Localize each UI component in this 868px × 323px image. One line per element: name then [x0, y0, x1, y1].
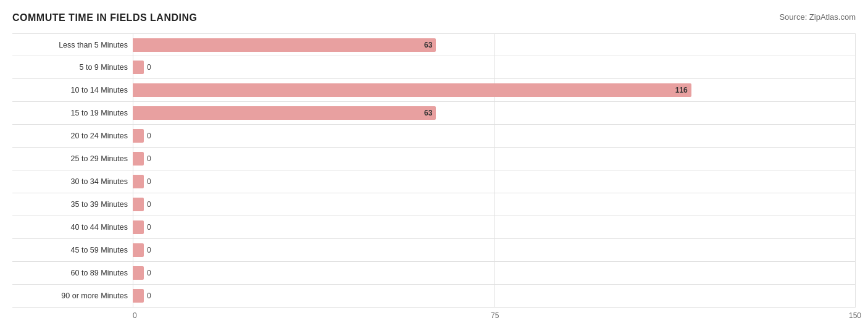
bar: 0	[133, 266, 144, 280]
bar-value: 63	[424, 41, 432, 49]
gridline	[855, 34, 856, 56]
bar-value: 0	[147, 223, 151, 232]
source-label: Source: ZipAtlas.com	[779, 12, 856, 22]
bar-label: 90 or more Minutes	[12, 292, 133, 300]
bar-row: 35 to 39 Minutes0	[12, 193, 856, 216]
bar-row: 60 to 89 Minutes0	[12, 262, 856, 285]
gridline	[855, 56, 856, 78]
bar-label: 45 to 59 Minutes	[12, 246, 133, 254]
bar-container: 0	[133, 216, 856, 238]
bar-row: 20 to 24 Minutes0	[12, 125, 856, 148]
bar: 116	[133, 83, 691, 97]
gridline	[494, 262, 495, 284]
gridline	[855, 193, 856, 216]
bar-label: 40 to 44 Minutes	[12, 223, 133, 232]
bar-row: Less than 5 Minutes63	[12, 33, 856, 56]
bar-value: 0	[147, 154, 151, 163]
gridline	[494, 285, 495, 307]
gridline	[494, 170, 495, 193]
bar-value: 0	[147, 63, 151, 72]
x-axis-tick-label: 150	[849, 311, 861, 320]
bar-row: 5 to 9 Minutes0	[12, 56, 856, 79]
gridline	[494, 239, 495, 261]
bar-label: 15 to 19 Minutes	[12, 109, 133, 117]
bar: 0	[133, 220, 144, 234]
gridline	[855, 239, 856, 261]
bar-row: 10 to 14 Minutes116	[12, 79, 856, 102]
gridline	[855, 79, 856, 101]
bar: 0	[133, 289, 144, 303]
gridline	[494, 216, 495, 238]
bar-label: 10 to 14 Minutes	[12, 86, 133, 94]
bar: 0	[133, 198, 144, 211]
bar-row: 15 to 19 Minutes63	[12, 102, 856, 125]
bar-value: 0	[147, 132, 151, 140]
bar-value: 0	[147, 269, 151, 277]
bar: 0	[133, 243, 144, 257]
chart-title: COMMUTE TIME IN FIELDS LANDING	[12, 12, 197, 23]
bar-value: 0	[147, 177, 151, 186]
chart-area: Less than 5 Minutes635 to 9 Minutes010 t…	[12, 33, 856, 322]
bar-value: 0	[147, 200, 151, 209]
gridline	[494, 56, 495, 78]
bar-value: 0	[147, 246, 151, 254]
gridline	[855, 125, 856, 147]
gridline	[494, 193, 495, 216]
bar-label: Less than 5 Minutes	[12, 41, 133, 49]
bar-container: 0	[133, 148, 856, 170]
bar-row: 40 to 44 Minutes0	[12, 216, 856, 239]
gridline	[855, 285, 856, 307]
bar-value: 0	[147, 292, 151, 300]
bar-container: 0	[133, 170, 856, 193]
bar: 63	[133, 106, 436, 120]
bar-label: 30 to 34 Minutes	[12, 177, 133, 186]
gridline	[494, 102, 495, 124]
bar: 0	[133, 61, 144, 74]
bar-label: 20 to 24 Minutes	[12, 132, 133, 140]
bar-container: 0	[133, 125, 856, 147]
bar-container: 63	[133, 102, 856, 124]
bar-label: 25 to 29 Minutes	[12, 154, 133, 163]
bar-value: 116	[675, 86, 688, 94]
bar-row: 30 to 34 Minutes0	[12, 170, 856, 193]
bar-value: 63	[424, 109, 432, 117]
x-axis-tick-label: 0	[133, 311, 137, 320]
bar: 0	[133, 175, 144, 188]
bar: 0	[133, 152, 144, 166]
bar-container: 0	[133, 56, 856, 78]
gridline	[494, 125, 495, 147]
bar-container: 0	[133, 285, 856, 307]
bar-container: 0	[133, 262, 856, 284]
gridline	[855, 262, 856, 284]
bar-label: 5 to 9 Minutes	[12, 63, 133, 72]
bar-label: 35 to 39 Minutes	[12, 200, 133, 209]
gridline	[855, 102, 856, 124]
bar-container: 0	[133, 193, 856, 216]
x-axis: 075150	[133, 310, 856, 322]
gridline	[855, 170, 856, 193]
gridline	[494, 148, 495, 170]
gridline	[494, 34, 495, 56]
x-axis-tick-label: 75	[491, 311, 499, 320]
bar-row: 45 to 59 Minutes0	[12, 239, 856, 262]
gridline	[855, 216, 856, 238]
bar: 63	[133, 38, 436, 52]
bar: 0	[133, 129, 144, 143]
bar-label: 60 to 89 Minutes	[12, 269, 133, 277]
bar-row: 25 to 29 Minutes0	[12, 148, 856, 170]
bar-container: 63	[133, 34, 856, 56]
bar-container: 0	[133, 239, 856, 261]
bars-container: Less than 5 Minutes635 to 9 Minutes010 t…	[12, 33, 856, 308]
bar-row: 90 or more Minutes0	[12, 285, 856, 308]
gridline	[855, 148, 856, 170]
bar-container: 116	[133, 79, 856, 101]
